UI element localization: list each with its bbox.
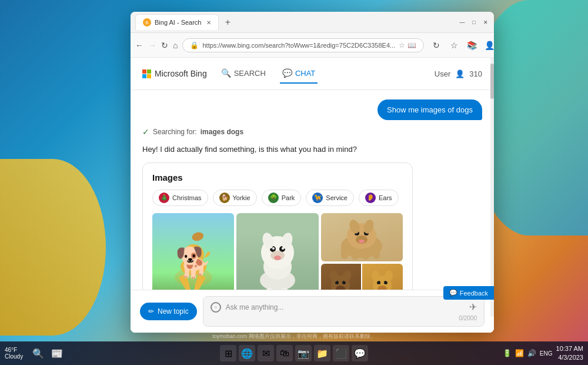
lang-indicator: ENG bbox=[540, 350, 553, 357]
dog-labrador-bg bbox=[321, 213, 403, 261]
forward-button[interactable]: → bbox=[148, 38, 156, 53]
volume-icon: 🔊 bbox=[527, 349, 536, 357]
wifi-icon: 📶 bbox=[515, 349, 524, 357]
images-card-title: Images bbox=[152, 172, 403, 182]
new-topic-button[interactable]: ✏ New topic bbox=[140, 303, 197, 320]
taskbar-explorer-icon[interactable]: 📁 bbox=[314, 345, 330, 361]
bing-header-right: User 👤 310 bbox=[435, 69, 482, 78]
svg-rect-19 bbox=[341, 246, 348, 259]
taskbar-mail-icon[interactable]: ✉ bbox=[258, 345, 274, 361]
chat-nav-icon: 💬 bbox=[282, 68, 292, 78]
taskbar-photos-icon[interactable]: 📷 bbox=[295, 345, 312, 361]
profile-icon[interactable]: 👤 bbox=[482, 38, 494, 53]
taskbar-edge-icon[interactable]: 🌐 bbox=[239, 345, 255, 361]
back-button[interactable]: ← bbox=[135, 38, 143, 53]
url-bar[interactable]: 🔒 https://www.bing.com/search?toWww=1&re… bbox=[182, 38, 424, 52]
plus-icon: + bbox=[225, 17, 230, 28]
clock-date: 4/3/2023 bbox=[556, 353, 583, 362]
chat-input-field[interactable]: ○ Ask me anything... ✈ 0/2000 bbox=[203, 296, 485, 327]
watermark: toymoban.com 网络图片仅供展示，非任何商，拥有版权请联系删除。 bbox=[0, 333, 588, 340]
page-content: Microsoft Bing 🔍 SEARCH 💬 CHAT User 👤 31… bbox=[131, 58, 494, 333]
search-dot: ○ bbox=[214, 304, 217, 310]
svg-point-0 bbox=[175, 268, 212, 287]
chat-input-bar: ✏ New topic ○ Ask me anything... ✈ 0/200… bbox=[131, 290, 494, 333]
svg-rect-20 bbox=[352, 248, 359, 260]
searching-prefix: Searching for: bbox=[153, 128, 197, 136]
search-nav-icon: 🔍 bbox=[221, 68, 231, 78]
chat-placeholder: Ask me anything... bbox=[226, 303, 284, 311]
new-topic-icon: ✏ bbox=[148, 307, 154, 316]
weather-widget[interactable]: 46°F Cloudy bbox=[5, 347, 23, 360]
ms-sq-blue bbox=[142, 74, 146, 78]
star-icon[interactable]: ☆ bbox=[399, 41, 405, 49]
svg-rect-21 bbox=[362, 248, 369, 260]
nav-search[interactable]: 🔍 SEARCH bbox=[219, 64, 268, 84]
feedback-button[interactable]: 💬 Feedback bbox=[443, 286, 494, 300]
star-toolbar-icon[interactable]: ☆ bbox=[446, 38, 462, 53]
address-bar: ← → ↻ ⌂ 🔒 https://www.bing.com/search?to… bbox=[131, 33, 494, 58]
pill-yorkie[interactable]: 🐕 Yorkie bbox=[213, 190, 257, 206]
home-button[interactable]: ⌂ bbox=[173, 38, 178, 53]
taskbar-chat-icon[interactable]: 💬 bbox=[352, 345, 368, 361]
maximize-button[interactable]: □ bbox=[470, 19, 477, 26]
taskbar-clock: 10:37 AM 4/3/2023 bbox=[556, 344, 583, 363]
tab-close-button[interactable]: ✕ bbox=[206, 19, 211, 26]
taskbar-widgets-icon[interactable]: 📰 bbox=[49, 345, 65, 361]
close-button[interactable]: ✕ bbox=[482, 19, 489, 26]
send-button[interactable]: ✈ bbox=[469, 301, 477, 313]
dog-puppy-svg bbox=[248, 218, 307, 290]
title-bar: B Bing AI - Search ✕ + — □ ✕ bbox=[131, 12, 494, 33]
taskbar-right: 🔋 📶 🔊 ENG 10:37 AM 4/3/2023 bbox=[503, 344, 583, 363]
pill-ears[interactable]: 👂 Ears bbox=[359, 190, 399, 206]
active-tab[interactable]: B Bing AI - Search ✕ bbox=[135, 14, 219, 30]
pill-ears-avatar: 👂 bbox=[365, 193, 376, 203]
pill-christmas-label: Christmas bbox=[172, 194, 202, 201]
new-tab-button[interactable]: + bbox=[221, 15, 235, 29]
start-button[interactable]: ⊞ bbox=[220, 345, 236, 361]
collections-icon[interactable]: 📚 bbox=[464, 38, 479, 53]
feedback-icon: 💬 bbox=[449, 289, 457, 297]
svg-rect-22 bbox=[373, 246, 380, 259]
dog-golden-svg bbox=[366, 264, 399, 290]
taskbar-store-icon[interactable]: 🛍 bbox=[276, 345, 293, 361]
deco-yellow-shape bbox=[0, 159, 106, 336]
favicon-letter: B bbox=[145, 20, 148, 25]
pill-service-avatar: 🦮 bbox=[312, 193, 323, 203]
chat-nav-label: CHAT bbox=[295, 69, 315, 78]
pill-yorkie-label: Yorkie bbox=[233, 194, 250, 201]
user-icon: 👤 bbox=[455, 69, 465, 78]
svg-point-2 bbox=[183, 244, 204, 266]
pill-christmas[interactable]: 🎄 Christmas bbox=[152, 190, 208, 206]
pill-park[interactable]: 🌳 Park bbox=[262, 190, 302, 206]
dog-image-2[interactable] bbox=[321, 213, 403, 261]
read-icon[interactable]: 📖 bbox=[407, 41, 416, 49]
svg-point-1 bbox=[181, 258, 206, 276]
svg-point-4 bbox=[195, 250, 199, 254]
svg-point-3 bbox=[188, 250, 192, 254]
svg-point-28 bbox=[272, 247, 275, 250]
image-grid bbox=[152, 213, 403, 290]
chat-input-row: ✏ New topic ○ Ask me anything... ✈ 0/200… bbox=[140, 296, 485, 327]
chat-area: Show me images of dogs ✓ Searching for: … bbox=[131, 90, 494, 290]
pill-service[interactable]: 🦮 Service bbox=[306, 190, 354, 206]
dog-image-1[interactable] bbox=[152, 213, 234, 290]
dog-image-3[interactable] bbox=[236, 213, 318, 290]
clock-time: 10:37 AM bbox=[556, 344, 583, 353]
new-topic-label: New topic bbox=[158, 307, 189, 316]
taskbar-search-icon[interactable]: 🔍 bbox=[30, 345, 46, 361]
token-count: 310 bbox=[469, 69, 482, 78]
refresh-icon[interactable]: ↻ bbox=[429, 38, 444, 53]
scrollbar-thumb bbox=[490, 64, 494, 99]
svg-point-18 bbox=[359, 240, 365, 243]
char-count: 0/2000 bbox=[211, 315, 477, 321]
taskbar-terminal-icon[interactable]: ⬛ bbox=[333, 345, 349, 361]
weather-desc: Cloudy bbox=[5, 353, 23, 360]
dog-image-4[interactable] bbox=[321, 264, 403, 290]
dog-running-svg bbox=[164, 224, 223, 290]
nav-chat[interactable]: 💬 CHAT bbox=[280, 64, 318, 84]
minimize-button[interactable]: — bbox=[459, 19, 466, 26]
refresh-button[interactable]: ↻ bbox=[161, 38, 168, 53]
toolbar-icons: ↻ ☆ 📚 👤 🧩 ⋯ b bbox=[429, 37, 494, 54]
scrollbar[interactable] bbox=[490, 58, 494, 317]
dog-brown-svg bbox=[325, 264, 357, 290]
